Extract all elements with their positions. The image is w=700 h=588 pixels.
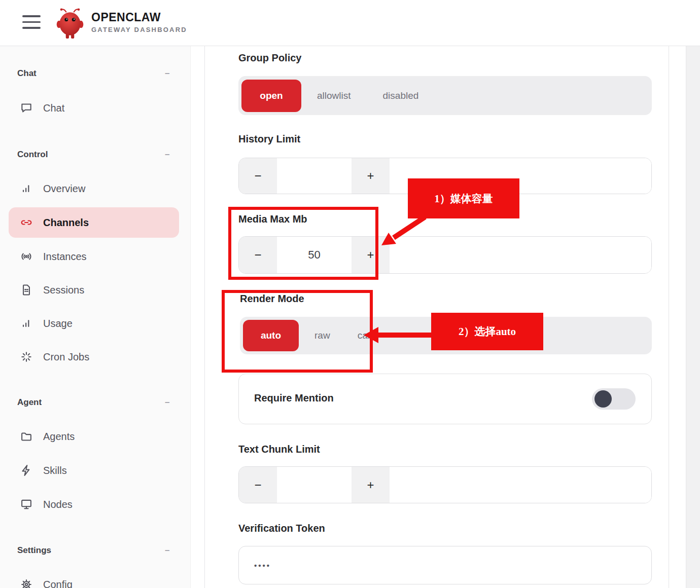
sidebar-item-label: Nodes [43,499,73,510]
text-chunk-limit-value[interactable] [277,467,352,503]
sidebar-item-label: Channels [43,217,89,229]
text-chunk-limit-stepper: − + [238,466,652,503]
group-policy-option-allowlist[interactable]: allowlist [317,90,351,101]
sidebar-item-instances[interactable]: Instances [9,241,179,272]
sidebar-item-label: Agents [43,431,75,443]
collapse-icon[interactable]: – [165,545,169,556]
sidebar-item-overview[interactable]: Overview [9,173,179,204]
sidebar-section-settings: Settings [17,545,169,556]
group-policy-segmented-control: open allowlist disabled [238,76,652,115]
annotation-note-1: 1）媒体容量 [408,178,519,218]
sidebar-item-label: Skills [43,465,67,476]
sidebar-item-usage[interactable]: Usage [9,308,179,339]
folder-icon [20,430,33,443]
panel-left-border [204,46,205,588]
monitor-icon [20,498,33,511]
sidebar-item-chat[interactable]: Chat [9,93,179,123]
verification-token-label: Verification Token [238,523,325,534]
zap-icon [20,464,33,477]
annotation-note-2: 2）选择auto [431,313,543,350]
app-header: OPENCLAW GATEWAY DASHBOARD [0,0,700,46]
sidebar-item-agents[interactable]: Agents [9,421,179,452]
group-policy-option-open[interactable]: open [241,80,301,112]
require-mention-toggle[interactable] [592,388,636,410]
sidebar-item-label: Config [43,579,73,588]
history-limit-value[interactable] [277,158,352,194]
openclaw-mascot-icon [56,7,84,41]
document-icon [20,283,33,297]
scrollbar-track[interactable] [686,46,700,588]
minus-button[interactable]: − [239,158,277,194]
render-mode-option-card[interactable]: card [358,330,376,341]
hamburger-icon[interactable] [22,15,42,30]
require-mention-label: Require Mention [254,392,334,404]
render-mode-option-raw[interactable]: raw [314,330,330,341]
sidebar-item-label: Overview [43,183,85,195]
media-max-mb-stepper: − 50 + [238,236,652,274]
group-policy-label: Group Policy [238,52,301,64]
spinner-icon [20,350,33,363]
group-policy-option-disabled[interactable]: disabled [383,90,419,101]
plus-button[interactable]: + [352,158,390,194]
render-mode-label: Render Mode [240,293,304,305]
sidebar-item-cron-jobs[interactable]: Cron Jobs [9,342,179,372]
history-limit-label: History Limit [238,133,300,145]
plus-button[interactable]: + [352,467,390,503]
link-icon [20,216,33,229]
broadcast-icon [20,250,33,263]
app-subtitle: GATEWAY DASHBOARD [91,26,187,33]
bar-chart-icon [20,317,33,330]
chat-bubble-icon [20,101,33,115]
sidebar-section-agent: Agent [17,397,169,408]
gear-icon [20,578,33,588]
verification-token-input[interactable]: •••• [238,546,652,584]
minus-button[interactable]: − [239,237,277,273]
sidebar-item-label: Instances [43,251,87,263]
sidebar-item-config[interactable]: Config [9,569,179,588]
sidebar-item-channels[interactable]: Channels [9,207,179,238]
sidebar-item-label: Sessions [43,284,84,296]
sidebar-item-label: Cron Jobs [43,351,89,363]
minus-button[interactable]: − [239,467,277,503]
stepper-spacer [390,237,651,273]
sidebar-section-chat: Chat [17,68,169,79]
plus-button[interactable]: + [352,237,390,273]
sidebar-section-control: Control [17,150,169,160]
sidebar-item-skills[interactable]: Skills [9,455,179,486]
media-max-mb-value[interactable]: 50 [277,237,352,273]
sidebar-item-label: Usage [43,318,73,329]
sidebar: Chat – Chat Control – Overview Channels [0,46,191,588]
bar-chart-icon [20,182,33,195]
panel-right-border [669,46,669,588]
sidebar-item-nodes[interactable]: Nodes [9,489,179,520]
stepper-spacer [390,467,651,503]
render-mode-option-auto[interactable]: auto [243,320,299,351]
masked-token-value: •••• [254,561,271,570]
collapse-icon[interactable]: – [165,150,169,160]
sidebar-item-sessions[interactable]: Sessions [9,275,179,305]
media-max-mb-label: Media Max Mb [238,213,307,225]
collapse-icon[interactable]: – [165,397,169,408]
collapse-icon[interactable]: – [165,68,169,79]
sidebar-item-label: Chat [43,102,64,114]
toggle-knob [594,390,612,408]
require-mention-card: Require Mention [238,374,652,424]
text-chunk-limit-label: Text Chunk Limit [238,444,320,455]
app-title: OPENCLAW [91,11,161,24]
